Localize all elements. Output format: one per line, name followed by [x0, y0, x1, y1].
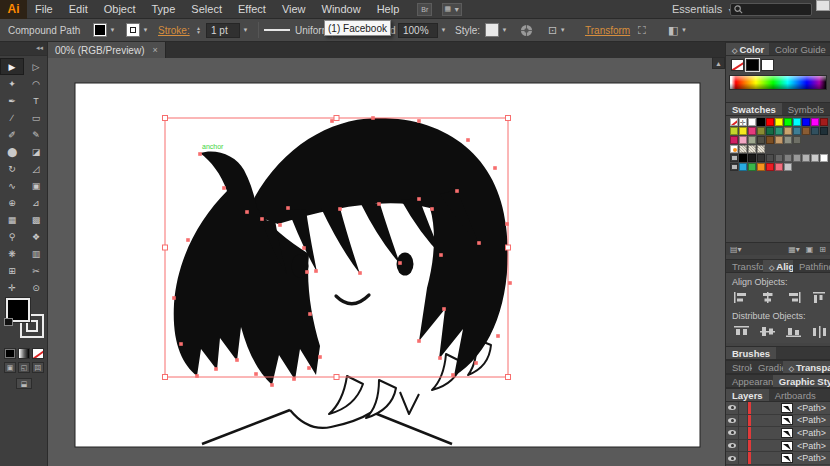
stroke-panel-link[interactable]: Stroke: — [158, 25, 190, 36]
color-swatch[interactable] — [748, 118, 756, 126]
anchor-point[interactable] — [451, 373, 455, 377]
anchor-point[interactable] — [260, 217, 264, 221]
layer-row[interactable]: <Path> — [726, 427, 830, 440]
layer-row[interactable]: <Path> — [726, 452, 830, 465]
anchor-point[interactable] — [338, 207, 342, 211]
color-swatch[interactable] — [757, 154, 765, 162]
layer-label[interactable]: <Path> — [797, 415, 826, 425]
tab-stroke[interactable]: Stroke — [726, 361, 752, 373]
color-swatch[interactable] — [748, 154, 756, 162]
none-color-swatch[interactable] — [731, 59, 744, 71]
chevron-down-icon[interactable]: ▼ — [500, 23, 509, 37]
menu-type[interactable]: Type — [144, 0, 184, 19]
color-swatch[interactable] — [766, 118, 774, 126]
anchor-point[interactable] — [254, 372, 258, 376]
color-swatch[interactable] — [757, 136, 765, 144]
none-button[interactable] — [32, 348, 44, 359]
color-swatch[interactable] — [757, 163, 765, 171]
align-right-button[interactable] — [785, 291, 802, 304]
color-swatch[interactable] — [748, 163, 756, 171]
minimize-button[interactable] — [816, 0, 830, 11]
layer-row[interactable]: <Path> — [726, 402, 830, 415]
distribute-horizontal-button[interactable] — [811, 325, 828, 338]
left-eye[interactable] — [292, 255, 309, 278]
anchor-point[interactable] — [493, 166, 497, 170]
visibility-toggle[interactable] — [726, 452, 739, 464]
color-swatch[interactable] — [775, 154, 783, 162]
rectangle-tool[interactable]: ▭ — [24, 109, 48, 126]
tab-appearance[interactable]: Appearance — [726, 375, 773, 387]
tab-transform[interactable]: Transform — [726, 260, 763, 272]
registration-swatch[interactable]: ✛ — [739, 118, 747, 126]
tab-graphic-styles[interactable]: Graphic Styles — [773, 375, 830, 387]
color-swatch[interactable] — [775, 163, 783, 171]
new-swatch-icon[interactable]: ⊞ — [819, 245, 826, 254]
eraser-tool[interactable]: ◪ — [24, 143, 48, 160]
selection-handle[interactable] — [163, 116, 168, 121]
anchor-point[interactable] — [292, 377, 296, 381]
anchor-point[interactable] — [330, 119, 334, 123]
color-swatch[interactable] — [766, 127, 774, 135]
color-swatch[interactable] — [793, 136, 801, 144]
color-swatch[interactable] — [784, 163, 792, 171]
menu-view[interactable]: View — [274, 0, 314, 19]
tab-brushes[interactable]: Brushes — [726, 347, 776, 359]
selection-handle[interactable] — [163, 375, 168, 380]
tab-gradient[interactable]: Gradient — [752, 361, 783, 373]
color-swatch[interactable] — [793, 127, 801, 135]
fill-swatch[interactable] — [93, 23, 107, 37]
selection-handle[interactable] — [506, 245, 511, 250]
blob-brush-tool[interactable]: ⬤ — [0, 143, 24, 160]
line-segment-tool[interactable]: ∕ — [0, 109, 24, 126]
color-swatch[interactable] — [775, 118, 783, 126]
shape-mode-control[interactable]: ◧ ▼ — [668, 19, 688, 41]
tab-align[interactable]: ◇Align — [763, 260, 793, 272]
free-transform-button[interactable]: ⛶ — [638, 19, 646, 41]
anchor-point[interactable] — [314, 269, 318, 273]
anchor-point[interactable] — [179, 342, 183, 346]
anchor-point[interactable] — [307, 366, 311, 370]
anchor-point[interactable] — [508, 281, 512, 285]
select-similar-control[interactable]: ⊡ ▼ — [548, 19, 567, 41]
tab-symbols[interactable]: Symbols — [782, 103, 830, 115]
zoom-tool[interactable]: ⊙ — [24, 279, 48, 296]
pattern-swatch[interactable] — [739, 145, 747, 153]
color-swatch[interactable] — [784, 127, 792, 135]
selection-handle[interactable] — [334, 116, 339, 121]
document-tab[interactable]: 00% (RGB/Preview) × — [48, 42, 166, 58]
tab-color-guide[interactable]: Color Guide — [769, 43, 830, 55]
anchor-point[interactable] — [245, 210, 249, 214]
layer-label[interactable]: <Path> — [797, 403, 826, 413]
color-swatch[interactable] — [748, 127, 756, 135]
chevron-down-icon[interactable]: ▼ — [241, 23, 250, 37]
type-tool[interactable]: T — [24, 92, 48, 109]
style-swatch[interactable] — [485, 23, 499, 37]
anchor-point[interactable] — [278, 223, 282, 227]
anchor-point[interactable] — [417, 197, 421, 201]
lasso-tool[interactable]: ◠ — [24, 75, 48, 92]
anchor-point[interactable] — [371, 116, 375, 120]
visibility-toggle[interactable] — [726, 415, 739, 427]
anchor-point[interactable] — [438, 356, 442, 360]
free-transform-tool[interactable]: ▣ — [24, 177, 48, 194]
color-swatch[interactable] — [757, 118, 765, 126]
canvas[interactable]: anchor — [48, 58, 725, 466]
stroke-color-control[interactable]: ▼ — [126, 19, 150, 41]
lock-cell[interactable] — [739, 452, 748, 464]
column-graph-tool[interactable]: ▥ — [24, 245, 48, 262]
color-swatch[interactable] — [820, 154, 828, 162]
menu-help[interactable]: Help — [369, 0, 408, 19]
color-button[interactable] — [4, 348, 16, 359]
anchor-point[interactable] — [442, 307, 446, 311]
color-swatch[interactable] — [766, 154, 774, 162]
color-swatch[interactable] — [793, 154, 801, 162]
draw-inside-button[interactable]: 回 — [32, 362, 44, 373]
eyedropper-tool[interactable]: ⚲ — [0, 228, 24, 245]
menu-window[interactable]: Window — [314, 0, 369, 19]
tools-panel-header[interactable]: ◂◂ — [0, 42, 47, 56]
tab-color[interactable]: ◇Color — [726, 43, 769, 55]
color-swatch[interactable] — [739, 127, 747, 135]
artboard-tool[interactable]: ⊞ — [0, 262, 24, 279]
color-swatch[interactable] — [757, 127, 765, 135]
anchor-point[interactable] — [377, 202, 381, 206]
